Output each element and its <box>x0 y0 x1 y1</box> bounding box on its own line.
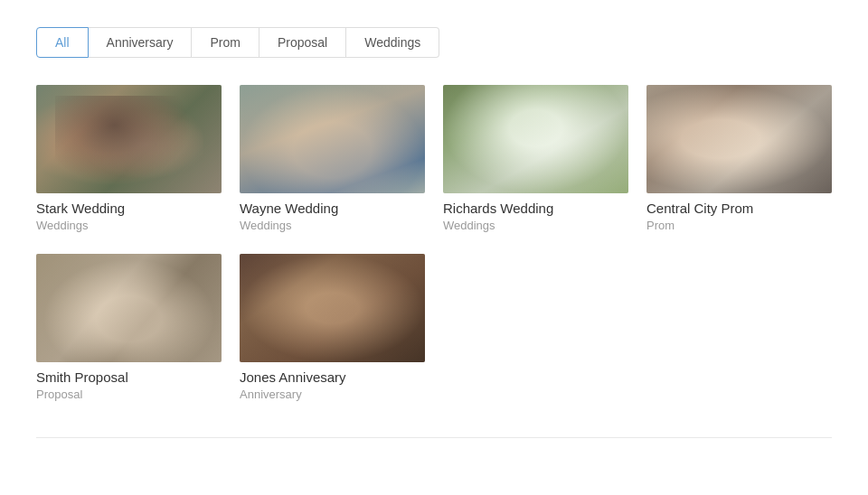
gallery-item-jones-anniversary[interactable]: Jones AnnivesaryAnniversary <box>240 254 425 401</box>
gallery-item-title: Stark Wedding <box>36 201 222 216</box>
gallery-item-image <box>240 254 425 362</box>
filter-tab-weddings[interactable]: Weddings <box>346 27 439 58</box>
gallery-item-category: Weddings <box>443 219 628 232</box>
gallery-item-title: Smith Proposal <box>36 369 222 385</box>
gallery-item-smith-proposal[interactable]: Smith ProposalProposal <box>36 254 222 401</box>
gallery-item-image <box>240 85 425 193</box>
gallery-item-central-city-prom[interactable]: Central City PromProm <box>646 85 832 232</box>
filter-tabs: AllAnniversaryPromProposalWeddings <box>36 27 832 58</box>
filter-tab-all[interactable]: All <box>36 27 89 58</box>
gallery-grid: Stark WeddingWeddingsWayne WeddingWeddin… <box>36 85 832 401</box>
gallery-item-image <box>36 254 222 362</box>
gallery-item-title: Central City Prom <box>646 201 832 216</box>
gallery-item-category: Anniversary <box>240 388 425 401</box>
gallery-item-stark-wedding[interactable]: Stark WeddingWeddings <box>36 85 222 232</box>
gallery-item-category: Weddings <box>36 219 222 232</box>
filter-tab-prom[interactable]: Prom <box>192 27 259 58</box>
filter-tab-proposal[interactable]: Proposal <box>259 27 346 58</box>
gallery-item-category: Proposal <box>36 388 222 401</box>
gallery-item-category: Prom <box>646 219 832 232</box>
page-footer <box>36 437 832 438</box>
gallery-item-image <box>646 85 832 193</box>
gallery-item-image <box>443 85 628 193</box>
gallery-item-category: Weddings <box>240 219 425 232</box>
gallery-item-title: Wayne Wedding <box>240 201 425 216</box>
gallery-item-title: Richards Wedding <box>443 201 628 216</box>
gallery-item-image <box>36 85 222 193</box>
filter-tab-anniversary[interactable]: Anniversary <box>89 27 193 58</box>
gallery-item-richards-wedding[interactable]: Richards WeddingWeddings <box>443 85 628 232</box>
gallery-item-wayne-wedding[interactable]: Wayne WeddingWeddings <box>240 85 425 232</box>
gallery-item-title: Jones Annivesary <box>240 369 425 385</box>
